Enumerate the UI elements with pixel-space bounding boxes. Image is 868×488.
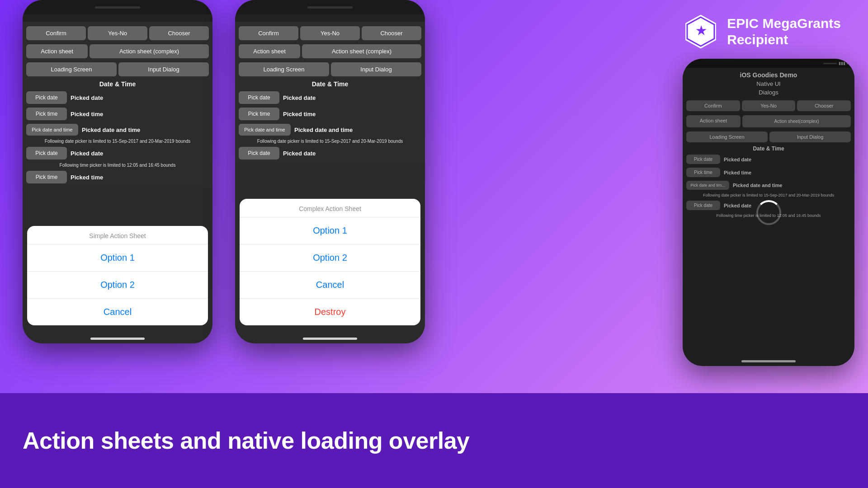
phone3-screen: ▮▮▮ ● iOS Goodies Demo Native UI Dialogs… xyxy=(683,59,854,366)
phone2-picked-time-label: Picked time xyxy=(283,111,316,117)
phone3-frame: ▮▮▮ ● iOS Goodies Demo Native UI Dialogs… xyxy=(683,59,854,366)
phone2-picked-date-label2: Picked date xyxy=(283,150,316,157)
phone2-picked-datetime-label: Picked date and time xyxy=(294,127,353,133)
phone2-input-btn[interactable]: Input Dialog xyxy=(331,62,421,76)
phone1-action-sheet-btn[interactable]: Action sheet xyxy=(26,44,88,58)
phone1-chooser-btn[interactable]: Chooser xyxy=(149,26,209,40)
phone1-screen: Confirm Yes-No Chooser Action sheet Acti… xyxy=(23,0,212,343)
phone1-datetime-section: Date & Time xyxy=(23,78,212,89)
phone2-action-option2[interactable]: Option 2 xyxy=(240,244,420,272)
phone1-action-sheet-complex-btn[interactable]: Action sheet (complex) xyxy=(90,44,209,58)
phone1-home-indicator xyxy=(90,338,145,340)
loading-spinner xyxy=(756,200,781,225)
phone2-complex-action-sheet: Complex Action Sheet Option 1 Option 2 C… xyxy=(240,199,420,325)
phone2-btn-row2: Action sheet Action sheet (complex) xyxy=(235,42,425,60)
phone2-date-row2: Pick date Picked date xyxy=(235,145,425,161)
epic-hexagon-icon: ★ xyxy=(683,14,719,50)
phone1-date-row1: Pick date Picked date xyxy=(23,89,212,106)
phone1-picked-date-label: Picked date xyxy=(71,94,103,101)
phone2-btn-row1: Confirm Yes-No Chooser xyxy=(235,23,425,42)
phone2-chooser-btn[interactable]: Chooser xyxy=(362,26,421,40)
phone3-loading-overlay xyxy=(683,59,854,366)
phone2-frame: Confirm Yes-No Chooser Action sheet Acti… xyxy=(235,0,425,343)
phone2-datetime-section: Date & Time xyxy=(235,78,425,89)
phone2-datetime-row1: Pick date and time Picked date and time xyxy=(235,122,425,137)
phone1-picked-time-label: Picked time xyxy=(71,111,103,117)
phone1-yesno-btn[interactable]: Yes-No xyxy=(88,26,147,40)
phone2-picked-date-label: Picked date xyxy=(283,94,316,101)
phone1-pick-date-btn2[interactable]: Pick date xyxy=(26,147,67,160)
phone1-action-option2[interactable]: Option 2 xyxy=(27,272,208,299)
phone2-home-indicator xyxy=(303,338,357,340)
phone1-datetime-row1: Pick date and time Picked date and time xyxy=(23,122,212,137)
phone1-pick-date-btn[interactable]: Pick date xyxy=(26,91,67,104)
phone1-pick-time-btn2[interactable]: Pick time xyxy=(26,171,67,183)
epic-text: EPIC MegaGrants Recipient xyxy=(727,15,841,48)
bottom-banner-text: Action sheets and native loading overlay xyxy=(23,427,470,454)
phone1-simple-action-sheet: Simple Action Sheet Option 1 Option 2 Ca… xyxy=(27,226,208,325)
phone1-loading-btn[interactable]: Loading Screen xyxy=(26,62,117,76)
phone2-action-sheet-btn[interactable]: Action sheet xyxy=(239,44,300,58)
phone1-time-row2: Pick time Picked time xyxy=(23,169,212,185)
phone2-confirm-btn[interactable]: Confirm xyxy=(239,26,298,40)
phone2-screen: Confirm Yes-No Chooser Action sheet Acti… xyxy=(235,0,425,343)
phone1-note1: Following date picker is limited to 15-S… xyxy=(23,137,212,145)
phone2-date-row1: Pick date Picked date xyxy=(235,89,425,106)
phone1-note2: Following time picker is limited to 12:0… xyxy=(23,161,212,169)
phone2-action-destroy[interactable]: Destroy xyxy=(240,299,420,325)
phone2-pick-date-btn[interactable]: Pick date xyxy=(239,91,279,104)
phone1-picked-time-label2: Picked time xyxy=(71,174,103,181)
phone2-pick-date-btn2[interactable]: Pick date xyxy=(239,147,279,160)
phone2-note1: Following date picker is limited to 15-S… xyxy=(235,137,425,145)
phone1-frame: Confirm Yes-No Chooser Action sheet Acti… xyxy=(23,0,212,343)
epic-megagrants-badge: ★ EPIC MegaGrants Recipient xyxy=(683,14,841,50)
phone1-action-cancel[interactable]: Cancel xyxy=(27,299,208,325)
phone1-action-option1[interactable]: Option 1 xyxy=(27,244,208,272)
phone1-input-btn[interactable]: Input Dialog xyxy=(118,62,209,76)
bottom-banner: Action sheets and native loading overlay xyxy=(0,393,868,488)
phone2-pick-time-btn[interactable]: Pick time xyxy=(239,108,279,120)
phone1-btn-row2: Action sheet Action sheet (complex) xyxy=(23,42,212,60)
phone2-pick-datetime-btn[interactable]: Pick date and time xyxy=(239,124,291,136)
phone2-action-option1[interactable]: Option 1 xyxy=(240,217,420,244)
phone1-confirm-btn[interactable]: Confirm xyxy=(26,26,86,40)
svg-text:★: ★ xyxy=(696,24,707,38)
phone1-date-row2: Pick date Picked date xyxy=(23,145,212,161)
phone2-action-sheet-title: Complex Action Sheet xyxy=(240,199,420,217)
phone1-pick-time-btn[interactable]: Pick time xyxy=(26,108,67,120)
phone2-loading-btn[interactable]: Loading Screen xyxy=(239,62,329,76)
phone1-btn-row1: Confirm Yes-No Chooser xyxy=(23,23,212,42)
phone2-yesno-btn[interactable]: Yes-No xyxy=(300,26,360,40)
phone1-btn-row3: Loading Screen Input Dialog xyxy=(23,60,212,78)
phone1-picked-datetime-label: Picked date and time xyxy=(82,127,140,133)
phone2-action-complex-btn[interactable]: Action sheet (complex) xyxy=(302,44,421,58)
phone1-picked-date-label2: Picked date xyxy=(71,150,103,157)
phone2-action-cancel[interactable]: Cancel xyxy=(240,272,420,299)
phone1-pick-datetime-btn[interactable]: Pick date and time xyxy=(26,124,78,136)
phone2-time-row1: Pick time Picked time xyxy=(235,106,425,122)
phone1-action-sheet-title: Simple Action Sheet xyxy=(27,226,208,244)
phone2-btn-row3: Loading Screen Input Dialog xyxy=(235,60,425,78)
phone1-time-row1: Pick time Picked time xyxy=(23,106,212,122)
